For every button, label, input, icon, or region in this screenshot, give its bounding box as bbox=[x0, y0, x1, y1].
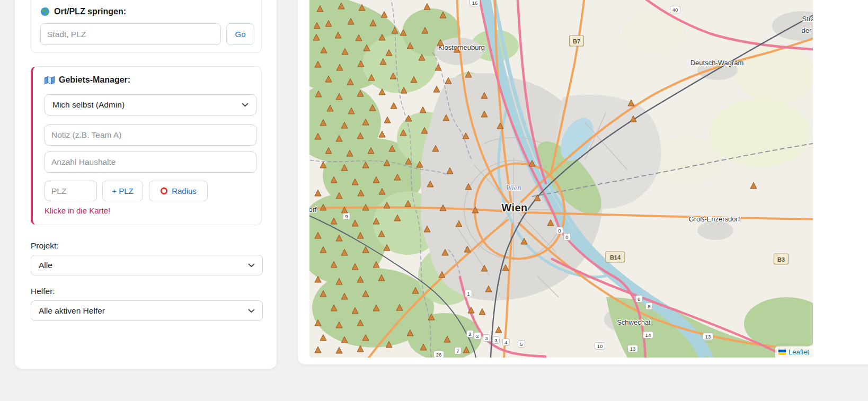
motorway-exit-number: 3 bbox=[494, 337, 497, 343]
motorway-exit-number: 7 bbox=[456, 348, 459, 354]
map-label: Klosterneuburg bbox=[438, 43, 485, 51]
map-label: Wien bbox=[501, 202, 528, 213]
jump-to-title: Ort/PLZ springen: bbox=[40, 7, 126, 16]
map-click-hint: Klicke in die Karte! bbox=[45, 206, 110, 215]
helper-select-value: Alle aktiven Helfer bbox=[39, 306, 105, 316]
map[interactable]: 164090018822334514131310726 B7B14B3 Klos… bbox=[309, 0, 813, 358]
motorway-exit-number: 5 bbox=[520, 341, 522, 347]
leaflet-link[interactable]: Leaflet bbox=[789, 348, 809, 356]
road-shield-ref: B7 bbox=[573, 38, 580, 44]
jump-to-card: Ort/PLZ springen: Go bbox=[31, 0, 262, 53]
helper-select[interactable]: Alle aktiven Helfer bbox=[31, 300, 263, 321]
jump-to-title-text: Ort/PLZ springen: bbox=[54, 7, 126, 16]
motorway-exit-number: 13 bbox=[705, 334, 711, 340]
map-attribution: Leaflet bbox=[775, 346, 813, 358]
motorway-exit-number: 0 bbox=[565, 234, 568, 240]
motorway-exit-number: 8 bbox=[637, 296, 640, 302]
motorway-exit-number: 10 bbox=[597, 343, 603, 349]
add-plz-button[interactable]: + PLZ bbox=[102, 181, 143, 201]
map-canvas: 164090018822334514131310726 B7B14B3 Klos… bbox=[309, 0, 813, 358]
motorway-exit-number: 26 bbox=[436, 352, 442, 358]
area-manager-title-text: Gebiets-Manager: bbox=[59, 75, 130, 85]
map-label: Schwechat bbox=[617, 318, 651, 326]
motorway-exit-number: 2 bbox=[476, 333, 479, 339]
motorway-exit-number: 8 bbox=[648, 304, 650, 309]
area-manager-card: Gebiets-Manager: Mich selbst (Admin) + P… bbox=[31, 66, 262, 225]
chevron-down-icon bbox=[248, 263, 255, 268]
plz-input[interactable] bbox=[45, 181, 97, 201]
motorway-exit-number: 4 bbox=[504, 340, 507, 345]
note-input[interactable] bbox=[45, 124, 256, 146]
go-button[interactable]: Go bbox=[226, 23, 254, 45]
city-plz-input[interactable] bbox=[40, 23, 221, 45]
project-label: Projekt: bbox=[31, 241, 59, 251]
motorway-exit-number: 13 bbox=[630, 346, 636, 352]
radius-circle-icon bbox=[160, 187, 168, 195]
road-shield-ref: B3 bbox=[777, 256, 785, 263]
chevron-down-icon bbox=[248, 309, 255, 313]
sidebar-panel: Ort/PLZ springen: Go Gebiets-Manager: Mi… bbox=[14, 0, 277, 369]
motorway-exit-number: 14 bbox=[645, 332, 651, 338]
motorway-exit-number: 3 bbox=[485, 335, 488, 341]
helper-label: Helfer: bbox=[31, 287, 55, 296]
radius-button-label: Radius bbox=[172, 186, 197, 195]
map-panel: 164090018822334514131310726 B7B14B3 Klos… bbox=[297, 0, 868, 365]
motorway-exit-number: 16 bbox=[472, 0, 478, 6]
map-label: Strass bbox=[802, 15, 813, 23]
map-label: Deutsch-Wagram bbox=[690, 59, 744, 67]
assignee-select-value: Mich selbst (Admin) bbox=[52, 100, 125, 110]
motorway-exit-number: 1 bbox=[467, 291, 470, 297]
motorway-exit-number: 2 bbox=[468, 331, 471, 337]
motorway-exit-number: 40 bbox=[672, 7, 678, 13]
project-select[interactable]: Alle bbox=[31, 255, 263, 275]
map-label: orf bbox=[309, 206, 317, 213]
chevron-down-icon bbox=[242, 103, 249, 107]
motorway-exit-number: 9 bbox=[345, 213, 348, 219]
ukraine-flag-icon bbox=[778, 350, 786, 355]
road-shield-ref: B14 bbox=[610, 254, 621, 261]
assignee-select[interactable]: Mich selbst (Admin) bbox=[45, 94, 256, 115]
households-input[interactable] bbox=[45, 152, 256, 173]
map-icon bbox=[45, 76, 55, 84]
area-manager-title: Gebiets-Manager: bbox=[45, 75, 130, 85]
map-label: der No bbox=[801, 26, 813, 34]
globe-icon bbox=[40, 7, 50, 16]
project-select-value: Alle bbox=[39, 261, 52, 270]
motorway-exit-number: 0 bbox=[558, 228, 561, 234]
map-label: Groß-Enzersdorf bbox=[689, 215, 740, 223]
map-label: Wien bbox=[506, 183, 521, 192]
radius-button[interactable]: Radius bbox=[149, 181, 208, 201]
